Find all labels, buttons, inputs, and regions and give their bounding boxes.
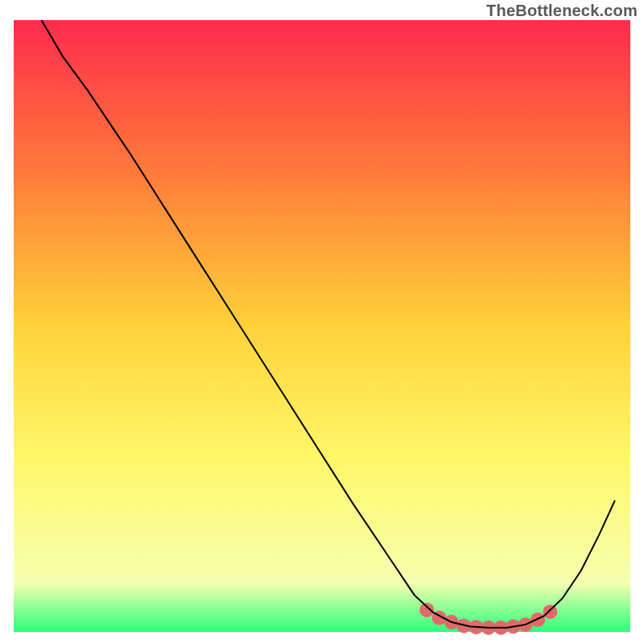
chart-area: TheBottleneck.com <box>0 0 644 644</box>
highlight-dot <box>419 603 434 617</box>
plot-background <box>14 20 630 632</box>
highlight-dot <box>543 605 557 619</box>
chart-svg <box>0 0 644 644</box>
watermark-text: TheBottleneck.com <box>486 2 638 20</box>
